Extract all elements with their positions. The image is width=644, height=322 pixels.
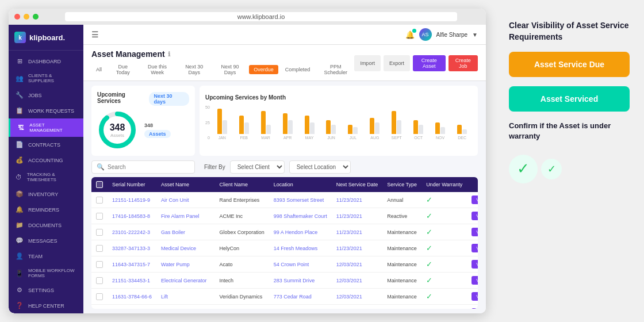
cell-asset-name-2[interactable]: Gas Boiler <box>156 224 215 240</box>
sidebar-item-jobs[interactable]: 🔧 JOBS <box>9 87 83 103</box>
cell-next-service-6[interactable]: 12/03/2021 <box>332 289 383 305</box>
sidebar-item-contracts[interactable]: 📄 CONTRACTS <box>9 137 83 152</box>
cell-serial-4[interactable]: 11643-347315-7 <box>108 256 156 273</box>
cell-asset-name-6[interactable]: Lift <box>156 289 215 305</box>
cell-warranty-3: ✓ <box>421 240 467 256</box>
cell-next-service-4[interactable]: 12/03/2021 <box>332 256 383 273</box>
cell-location-0[interactable]: 8393 Somerset Street <box>269 192 332 208</box>
cell-serial-3[interactable]: 33287-347133-3 <box>108 240 156 256</box>
sidebar-item-clients-suppliers[interactable]: 👥 CLIENTS & SUPPLIERS <box>9 69 83 87</box>
cell-serial-0[interactable]: 12151-114519-9 <box>108 192 156 208</box>
row-checkbox-5[interactable] <box>96 277 103 284</box>
view-button-2[interactable]: View <box>471 228 478 236</box>
client-select[interactable]: Select Client <box>230 160 285 174</box>
sidebar-item-messages[interactable]: 💬 MESSAGES <box>9 233 83 248</box>
tab-next-30-days[interactable]: Next 30 Days <box>177 62 210 77</box>
tab-next-90-days[interactable]: Next 90 Days <box>213 62 247 77</box>
bar-apr: APR <box>278 113 298 140</box>
row-checkbox-6[interactable] <box>96 293 103 300</box>
view-button-0[interactable]: View <box>471 195 478 204</box>
search-input[interactable] <box>108 164 190 170</box>
charts-section: Upcoming Services Next 30 days 348 Asset… <box>83 81 486 160</box>
cell-serial-7[interactable]: 21481-225932-7 <box>108 305 156 309</box>
panel-heading: Clear Visibility of Asset Service Requir… <box>509 20 630 43</box>
sidebar-item-help-center[interactable]: ❓ HELP CENTER <box>9 298 83 313</box>
cell-location-1[interactable]: 998 Shaftemaker Court <box>269 208 332 224</box>
create-job-button[interactable]: Create Job <box>448 55 478 71</box>
sidebar-item-label: CLIENTS & SUPPLIERS <box>28 73 76 83</box>
user-name: Alfie Sharpe <box>436 32 467 38</box>
sidebar-item-asset-management[interactable]: 🏗 ASSET MANAGEMENT <box>9 118 83 137</box>
minimize-dot <box>24 14 29 20</box>
cell-location-4[interactable]: 54 Crown Point <box>269 256 332 273</box>
row-checkbox-0[interactable] <box>96 197 103 204</box>
view-button-7[interactable]: View <box>471 308 478 309</box>
sidebar-item-dashboard[interactable]: ⊞ DASHBOARD <box>9 53 83 69</box>
cell-next-service-0[interactable]: 11/23/2021 <box>332 192 383 208</box>
tab-ppm-scheduler[interactable]: PPM Scheduler <box>317 62 354 77</box>
sidebar-item-reminders[interactable]: 🔔 REMINDERS <box>9 202 83 217</box>
notification-icon[interactable]: 🔔 <box>405 30 415 39</box>
tab-completed[interactable]: Completed <box>281 65 315 74</box>
view-button-3[interactable]: View <box>471 244 478 252</box>
view-button-4[interactable]: View <box>471 260 478 269</box>
cell-asset-name-7[interactable]: CCTV System <box>156 305 215 309</box>
hamburger-icon[interactable]: ☰ <box>91 30 99 39</box>
cell-location-5[interactable]: 283 Summit Drive <box>269 273 332 289</box>
tab-overdue[interactable]: Overdue <box>249 65 278 74</box>
asset-service-due-button[interactable]: Asset Service Due <box>509 52 630 77</box>
view-button-1[interactable]: View <box>471 212 478 220</box>
export-button[interactable]: Export <box>384 55 410 71</box>
cell-asset-name-5[interactable]: Electrical Generator <box>156 273 215 289</box>
sidebar-item-work-requests[interactable]: 📋 WORK REQUESTS <box>9 103 83 118</box>
sidebar-item-inventory[interactable]: 📦 INVENTORY <box>9 186 83 202</box>
cell-asset-name-0[interactable]: Air Con Unit <box>156 192 215 208</box>
sidebar-item-settings[interactable]: ⚙ SETTINGS <box>9 282 83 298</box>
cell-asset-name-1[interactable]: Fire Alarm Panel <box>156 208 215 224</box>
col-asset-name: Asset Name <box>156 177 215 192</box>
sidebar-item-tracking-timesheets[interactable]: ⏱ TRACKING & TIMESHEETS <box>9 168 83 186</box>
import-button[interactable]: Import <box>354 55 381 71</box>
cell-location-6[interactable]: 773 Cedar Road <box>269 289 332 305</box>
cell-next-service-5[interactable]: 12/03/2021 <box>332 273 383 289</box>
cell-asset-name-4[interactable]: Water Pump <box>156 256 215 273</box>
view-button-5[interactable]: View <box>471 276 478 285</box>
sidebar-item-accounting[interactable]: 💰 ACCOUNTING <box>9 152 83 168</box>
cell-serial-6[interactable]: 11631-3784-66-6 <box>108 289 156 305</box>
cell-location-2[interactable]: 99 A Hendon Place <box>269 224 332 240</box>
info-icon[interactable]: ℹ <box>168 51 170 58</box>
sidebar-item-mobile-workflow[interactable]: 📱 MOBILE WORKFLOW FORMS <box>9 264 83 282</box>
row-checkbox-1[interactable] <box>96 213 103 220</box>
cell-next-service-2[interactable]: 11/23/2021 <box>332 224 383 240</box>
cell-service-type-1: Reactive <box>382 208 421 224</box>
cell-service-type-7: Maintenance <box>382 305 421 309</box>
row-checkbox-4[interactable] <box>96 261 103 268</box>
tab-due-today[interactable]: Due Today <box>109 62 137 77</box>
sidebar-item-documents[interactable]: 📁 DOCUMENTS <box>9 217 83 233</box>
cell-location-3[interactable]: 14 Fresh Meadows <box>269 240 332 256</box>
cell-serial-5[interactable]: 21151-334453-1 <box>108 273 156 289</box>
view-button-6[interactable]: View <box>471 292 478 301</box>
tab-all[interactable]: All <box>91 65 106 74</box>
row-checkbox-2[interactable] <box>96 229 103 236</box>
notification-badge <box>412 29 416 33</box>
cell-next-service-3[interactable]: 11/23/2021 <box>332 240 383 256</box>
address-bar[interactable]: www.klipboard.io <box>65 12 457 21</box>
location-select[interactable]: Select Location <box>289 160 351 174</box>
cell-service-type-5: Maintenance <box>382 273 421 289</box>
asset-serviced-button[interactable]: Asset Serviced <box>509 86 630 112</box>
col-serial: Serial Number <box>108 177 156 192</box>
cell-asset-name-3[interactable]: Medical Device <box>156 240 215 256</box>
row-checkbox-3[interactable] <box>96 245 103 252</box>
cell-serial-2[interactable]: 23101-222242-3 <box>108 224 156 240</box>
tab-due-this-week[interactable]: Due this Week <box>140 62 175 77</box>
cell-serial-1[interactable]: 17416-184583-8 <box>108 208 156 224</box>
cell-location-7[interactable]: 998 Shaftemaker Court <box>269 305 332 309</box>
sidebar-item-team[interactable]: 👤 TEAM <box>9 248 83 264</box>
cell-actions-4: View Delete <box>467 256 478 273</box>
create-asset-button[interactable]: Create Asset <box>413 55 446 71</box>
cell-next-service-1[interactable]: 11/23/2021 <box>332 208 383 224</box>
cell-next-service-7[interactable]: 12/03/2021 <box>332 305 383 309</box>
user-dropdown-icon[interactable]: ▼ <box>472 32 478 38</box>
select-all-checkbox[interactable] <box>96 181 103 188</box>
